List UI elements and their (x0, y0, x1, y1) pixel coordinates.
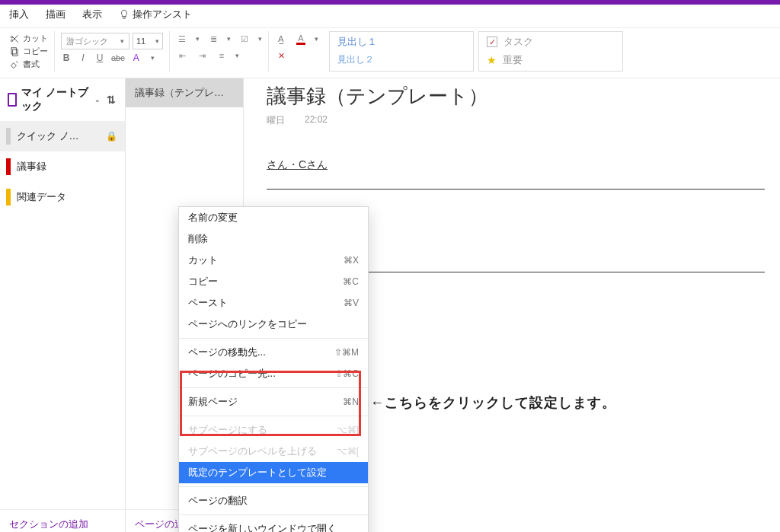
svg-rect-1 (13, 49, 18, 56)
ctx-copy[interactable]: コピー⌘C (179, 271, 368, 292)
section-kanren[interactable]: 関連データ (0, 182, 125, 212)
copy-icon (9, 46, 20, 57)
ctx-delete[interactable]: 削除 (179, 228, 368, 250)
ctx-newpage[interactable]: 新規ページ⌘N (179, 391, 368, 413)
chevron-down-icon: ▾ (120, 37, 124, 45)
brush-icon (9, 59, 20, 70)
font-name-select[interactable]: 游ゴシック▾ (61, 33, 129, 49)
bold-button[interactable]: B (61, 53, 72, 63)
align-button[interactable]: ≡ (216, 49, 228, 62)
page-title[interactable]: 議事録（テンプレート） (267, 83, 765, 110)
checkbox-icon: ✓ (487, 37, 497, 47)
ctx-makesubpage: サブページにする⌥⌘] (179, 419, 368, 441)
section-color-tab (6, 189, 11, 205)
strike-button[interactable]: abc (111, 53, 125, 62)
menu-separator (179, 416, 368, 416)
sections-pane: マイ ノートブック ⌄ ⇅ クイック ノ…🔒 議事録 関連データ セクションの追… (0, 78, 126, 532)
page-date: 曜日 22:02 (267, 114, 765, 127)
ctx-cut[interactable]: カット⌘X (179, 250, 368, 271)
chevron-down-icon: ▾ (155, 37, 159, 45)
ctx-set-default-template[interactable]: 既定のテンプレートとして設定 (179, 462, 368, 483)
menu-insert[interactable]: 挿入 (9, 8, 29, 21)
section-quicknotes[interactable]: クイック ノ…🔒 (0, 121, 125, 151)
svg-rect-0 (11, 47, 16, 53)
bullet-list-button[interactable]: ☰ (176, 33, 188, 45)
section-color-tab (6, 128, 11, 145)
italic-button[interactable]: I (78, 53, 88, 63)
ctx-open-new-window[interactable]: ページを新しいウインドウで開く (179, 518, 368, 532)
scissors-icon (9, 33, 20, 44)
menubar: 挿入 描画 表示 操作アシスト (0, 5, 780, 28)
menu-separator (179, 514, 368, 515)
page-context-menu: 名前の変更 削除 カット⌘X コピー⌘C ペースト⌘V ページへのリンクをコピー… (178, 206, 369, 532)
sort-button[interactable]: ⇅ (105, 94, 117, 106)
notebook-icon (8, 93, 17, 107)
indent-button[interactable]: ⇥ (196, 49, 208, 62)
tags-gallery[interactable]: ✓タスク ★重要 (478, 31, 623, 72)
outdent-button[interactable]: ⇤ (176, 49, 188, 62)
attendees-line: さん・Cさん (267, 155, 765, 175)
underline-button[interactable]: U (94, 53, 105, 63)
lightbulb-icon (119, 9, 129, 20)
font-size-select[interactable]: 11▾ (133, 33, 163, 49)
lock-icon: 🔒 (106, 131, 117, 142)
paragraph-group: ☰▾ ≣▾ ☑▾ ⇤ ⇥ ≡▾ (174, 31, 269, 72)
ribbon: カット コピー 書式 游ゴシック▾ 11▾ B I U abc A ▾ ☰▾ ≣… (0, 28, 780, 78)
page-item-template[interactable]: 議事録（テンプレ… (126, 78, 243, 107)
section-gijiroku[interactable]: 議事録 (0, 151, 125, 182)
ctx-copylink[interactable]: ページへのリンクをコピー (179, 314, 368, 335)
highlight-button[interactable]: A̲ (275, 33, 287, 45)
format-group: A̲ A▾ ✕ (273, 31, 324, 72)
style-h1[interactable]: 見出し１ (337, 35, 465, 49)
notebook-header[interactable]: マイ ノートブック ⌄ ⇅ (0, 78, 125, 121)
check-list-button[interactable]: ☑ (238, 33, 251, 45)
number-list-button[interactable]: ≣ (207, 33, 219, 45)
menu-separator (179, 338, 368, 339)
add-section-button[interactable]: セクションの追加 (0, 509, 125, 532)
cut-button[interactable]: カット (9, 33, 48, 44)
workspace: マイ ノートブック ⌄ ⇅ クイック ノ…🔒 議事録 関連データ セクションの追… (0, 78, 780, 532)
menu-separator (179, 387, 368, 388)
font-color-button[interactable]: A (295, 33, 307, 45)
ctx-translate[interactable]: ページの翻訳 (179, 490, 368, 511)
tag-important[interactable]: ★重要 (487, 53, 615, 67)
star-icon: ★ (487, 54, 497, 66)
section-color-tab (6, 158, 11, 175)
copy-button[interactable]: コピー (9, 46, 48, 57)
ctx-rename[interactable]: 名前の変更 (179, 207, 368, 228)
ctx-moveto[interactable]: ページの移動先...⇧⌘M (179, 342, 368, 363)
ctx-copyto[interactable]: ページのコピー先...⇧⌘C (179, 363, 368, 384)
font-group: 游ゴシック▾ 11▾ B I U abc A ▾ (59, 31, 170, 72)
ctx-promotesubpage: サブページのレベルを上げる⌥⌘[ (179, 441, 368, 462)
clear-format-button[interactable]: A (131, 53, 142, 63)
format-painter-button[interactable]: 書式 (9, 59, 48, 70)
style-h2[interactable]: 見出し２ (337, 53, 465, 66)
menu-assist[interactable]: 操作アシスト (119, 8, 192, 21)
annotation-text: ←こちらをクリックして設定します。 (370, 393, 616, 412)
clipboard-group: カット コピー 書式 (8, 31, 55, 72)
chevron-down-icon: ⌄ (94, 96, 101, 104)
clear-all-button[interactable]: ✕ (275, 49, 287, 62)
tag-task[interactable]: ✓タスク (487, 35, 615, 49)
menu-separator (179, 486, 368, 487)
styles-gallery[interactable]: 見出し１ 見出し２ (329, 31, 474, 72)
ctx-paste[interactable]: ペースト⌘V (179, 292, 368, 314)
menu-draw[interactable]: 描画 (46, 8, 66, 21)
menu-view[interactable]: 表示 (82, 8, 102, 21)
divider (267, 189, 765, 190)
